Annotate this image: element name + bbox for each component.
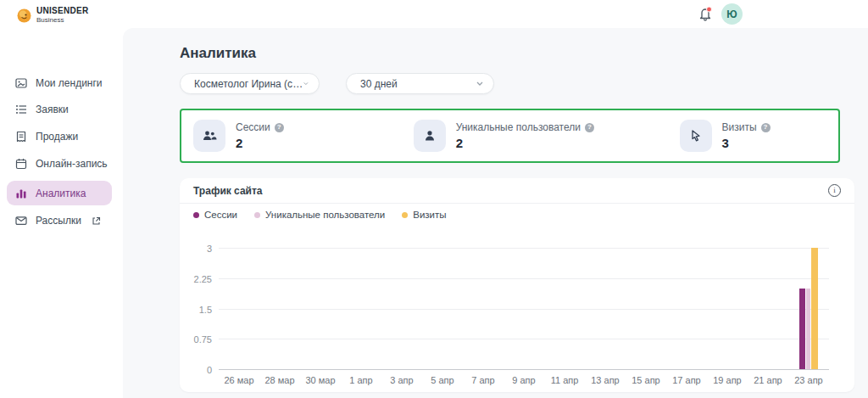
landing-icon (15, 77, 27, 89)
help-icon[interactable] (585, 123, 594, 132)
x-tick-label: 7 апр (463, 375, 504, 385)
page-title: Аналитика (180, 45, 256, 62)
y-tick-label: 1.5 (199, 305, 212, 315)
list-icon (15, 104, 27, 115)
gridline (219, 339, 829, 339)
x-tick-label: 13 апр (585, 375, 626, 385)
stat-card-unique-users: Уникальные пользователи 2 (402, 120, 668, 152)
x-tick-label: 1 апр (341, 375, 381, 385)
traffic-chart-plot (219, 249, 829, 370)
stat-value: 2 (456, 136, 594, 150)
app-window: UNISENDER Business Ю Мои лендинги (0, 0, 868, 398)
chart-legend: Сессии Уникальные пользователи Визиты (193, 210, 447, 220)
sidebar-item-analytics[interactable]: Аналитика (7, 181, 112, 205)
chart-x-axis-labels: 26 мар28 мар30 мар1 апр3 апр5 апр7 апр9 … (219, 375, 829, 385)
external-link-icon (92, 216, 101, 226)
gridline (219, 309, 829, 310)
person-icon (423, 129, 437, 143)
stat-value: 3 (722, 136, 771, 150)
traffic-chart-card: Трафик сайта Сессии Уникальные пользоват… (180, 178, 854, 392)
x-tick-label: 23 апр (788, 375, 829, 385)
chevron-down-icon (476, 81, 483, 86)
notification-dot (707, 7, 712, 12)
bell-icon (697, 5, 714, 22)
stat-card-visits: Визиты 3 (668, 120, 839, 152)
sidebar-item-label: Заявки (36, 104, 69, 115)
sidebar-item-label: Аналитика (36, 188, 86, 199)
chevron-down-icon (303, 81, 309, 86)
gridline (219, 369, 829, 370)
x-tick-label: 26 мар (219, 375, 259, 385)
legend-item-visits[interactable]: Визиты (402, 210, 446, 220)
stats-summary-row: Сессии 2 Уникальные пользователи (180, 109, 840, 163)
info-icon[interactable] (828, 184, 841, 197)
x-tick-label: 17 апр (666, 375, 707, 385)
bar-chart-icon (15, 188, 27, 199)
chart-bar (799, 289, 805, 369)
y-tick-label: 2.25 (194, 274, 212, 284)
notifications-bell-button[interactable] (697, 5, 714, 22)
period-selector-value: 30 дней (360, 78, 398, 90)
mail-icon (15, 215, 27, 227)
period-selector-dropdown[interactable]: 30 дней (346, 73, 494, 94)
y-tick-label: 0 (207, 365, 212, 375)
x-tick-label: 30 мар (300, 375, 341, 385)
help-icon[interactable] (761, 123, 771, 132)
y-tick-label: 0.75 (194, 334, 212, 345)
x-tick-label: 21 апр (748, 375, 788, 385)
sidebar-item-sales[interactable]: Продажи (7, 125, 112, 149)
unisender-logo-icon (17, 8, 31, 23)
x-tick-label: 5 апр (422, 375, 463, 385)
stat-label: Визиты (722, 121, 757, 133)
gridline (219, 248, 829, 249)
x-tick-label: 28 мар (259, 375, 300, 385)
sidebar-item-landings[interactable]: Мои лендинги (7, 71, 112, 95)
x-tick-label: 11 апр (544, 375, 585, 385)
sidebar-item-campaigns[interactable]: Рассылки (7, 209, 112, 233)
x-tick-label: 15 апр (626, 375, 666, 385)
gridline (219, 278, 829, 279)
legend-dot (193, 212, 199, 218)
sidebar-item-label: Мои лендинги (36, 77, 103, 89)
legend-item-sessions[interactable]: Сессии (193, 210, 237, 220)
brand-name: UNISENDER (36, 7, 89, 15)
x-tick-label: 9 апр (504, 375, 544, 385)
unisender-logo[interactable]: UNISENDER Business (17, 7, 89, 24)
legend-item-unique-users[interactable]: Уникальные пользователи (254, 210, 385, 220)
calendar-icon (15, 158, 27, 170)
site-selector-dropdown[interactable]: Косметолог Ирина (cosmetolog... (180, 73, 320, 94)
stat-label: Сессии (236, 121, 270, 133)
cursor-icon (689, 129, 703, 143)
stat-value: 2 (236, 136, 284, 150)
y-tick-label: 3 (207, 244, 212, 254)
receipt-icon (15, 131, 27, 143)
sidebar: Мои лендинги Заявки Продажи (0, 28, 123, 398)
chart-y-axis-labels: 00.751.52.253 (180, 249, 212, 370)
x-tick-label: 19 апр (707, 375, 748, 385)
legend-dot (402, 212, 408, 218)
stat-label: Уникальные пользователи (456, 121, 581, 133)
sidebar-item-label: Продажи (36, 131, 78, 143)
stat-card-sessions: Сессии 2 (181, 120, 402, 152)
chart-bar (806, 289, 810, 369)
main-content: Аналитика Косметолог Ирина (cosmetolog..… (123, 28, 868, 398)
sidebar-item-label: Онлайн-запись (36, 158, 108, 170)
brand-sub: Business (36, 17, 89, 24)
help-icon[interactable] (275, 123, 284, 132)
sidebar-item-label: Рассылки (36, 215, 81, 227)
legend-dot (254, 212, 260, 218)
x-tick-label: 3 апр (381, 375, 422, 385)
chart-bar (811, 248, 818, 369)
sidebar-item-requests[interactable]: Заявки (7, 98, 112, 121)
people-icon (202, 129, 217, 143)
user-avatar[interactable]: Ю (721, 3, 743, 25)
site-selector-value: Косметолог Ирина (cosmetolog... (194, 78, 303, 90)
sidebar-item-online-booking[interactable]: Онлайн-запись (7, 152, 112, 176)
chart-title: Трафик сайта (193, 185, 263, 197)
